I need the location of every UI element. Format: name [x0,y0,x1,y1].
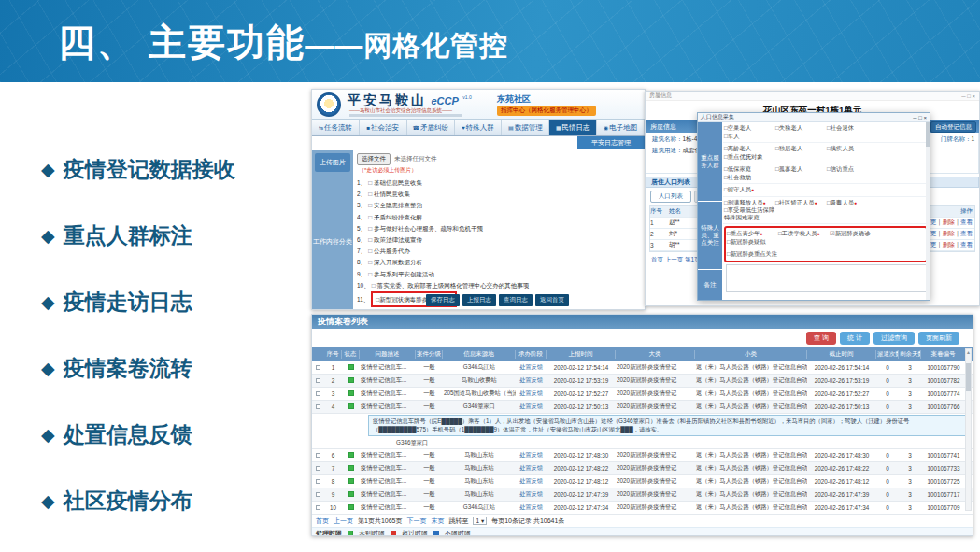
checkbox-option[interactable]: □刑满释放人员● [724,199,775,207]
nav-item[interactable]: ⇆ 任务流转 [312,120,360,135]
window-controls-icons[interactable]: ─ □ × [961,93,975,99]
checkbox-icon[interactable]: □ [368,223,372,234]
subnav-item[interactable]: 民情日志管理 [510,136,577,149]
case-row[interactable]: 3 疫情登记信息车... 一般 205国道马鞍山收费站（当涂段） 处置反馈 20… [312,388,973,401]
case-table-scrollbar[interactable]: ▲ [965,348,972,511]
delete-link[interactable]: 删除 [943,241,955,248]
checkbox-icon[interactable]: □ [368,269,372,280]
query-button[interactable]: 查 询 [806,332,836,345]
checkbox-option[interactable]: □残疾人员 [827,145,878,153]
checkbox-option[interactable]: □享受最低生活保障特殊困难家庭 [724,206,775,221]
nav-item[interactable]: ▤ 数据管理 [502,120,549,135]
checklist-item[interactable]: 10、 □ 落实党委、政府部署上级网格化管理中心交办的其他事项 [357,280,641,291]
view-link[interactable]: 查看 [960,219,973,225]
scrollbar-thumb[interactable] [966,363,971,391]
checkbox-option[interactable]: □孤寡老人 [775,165,827,174]
footer-action-button[interactable]: 保存日志 [426,294,460,306]
checkbox-icon[interactable]: □ [372,280,376,291]
checkbox-icon[interactable]: □ [368,212,372,223]
view-link[interactable]: 查看 [960,230,973,236]
case-row[interactable]: 8 疫情登记信息车... 一般 马鞍山东站 处置反馈 2020-02-12 17… [312,475,973,488]
jump-page-select[interactable]: 1 ▾ [473,517,487,525]
checkbox-option[interactable]: □信访重点 [827,165,878,174]
footer-action-button[interactable]: 返回首页 [535,294,569,306]
checkbox-option[interactable]: □工读学校人员● [778,230,830,238]
checkbox-option[interactable]: □吸毒人员● [827,199,878,207]
checkbox-icon[interactable]: □ [368,177,372,189]
checklist-item[interactable]: 3、 □ 安全隐患排查整治 [357,200,641,211]
nav-item-minqing-active[interactable]: ▦ 民情日志 [549,120,597,135]
checkbox-option[interactable]: □失独老人 [775,124,827,133]
checkbox-option[interactable]: □独居老人 [775,145,827,153]
delete-link[interactable]: 删除 [943,230,955,236]
nav-item[interactable]: ☎ 矛盾纠纷 [407,120,455,135]
checklist-item[interactable]: 9、 □ 参与系列平安创建活动 [357,269,641,280]
checkbox-icon[interactable]: □ [368,246,372,257]
scrollbar-thumb[interactable] [926,122,930,147]
checkbox-icon[interactable]: □ [368,234,372,246]
checkbox-option[interactable]: □军人 [724,133,775,141]
subnav-item[interactable]: 平安日志管理 [577,136,645,149]
stat-button[interactable]: 统 计 [840,332,870,345]
checklist-item[interactable]: 2、 □ 社情民意收集 [357,189,641,200]
case-row[interactable]: 1 疫情登记信息车... 一般 G346乌江站 处置反馈 2020-02-12 … [312,361,973,375]
row-checkbox[interactable] [316,404,320,409]
filter-query-button[interactable]: 过滤查询 [873,332,915,345]
row-checkbox[interactable] [316,453,320,458]
row-checkbox[interactable] [316,505,320,510]
checkbox-option[interactable]: □重点优抚对象 [724,153,775,162]
checklist-item[interactable]: 1、 □ 基础信息民意收集 [357,177,641,189]
delete-link[interactable]: 删除 [943,219,955,225]
sidebar-upload-image[interactable]: 上传图片 [315,153,350,172]
checkbox-option[interactable]: □新冠肺炎重点关注 [727,250,839,259]
checkbox-option[interactable]: □社区矫正人员● [775,199,827,207]
checkbox-option[interactable]: □重点青少年● [727,230,778,238]
first-page-link[interactable]: 首页 [316,517,329,526]
popup-controls-icons[interactable]: ─ □ × [913,115,927,120]
remark-textarea[interactable] [726,264,927,292]
row-checkbox[interactable] [316,492,320,497]
tab-population-list[interactable]: 人口列表 [650,191,691,203]
case-row-partial[interactable]: G346篁家口 [312,437,973,449]
choose-file-button[interactable]: 选择文件 [357,153,391,165]
checkbox-option[interactable]: □社会救助 [724,174,775,182]
scroll-up-icon[interactable]: ▲ [966,349,971,356]
checkbox-option[interactable]: □低保家庭 [724,165,775,174]
next-page-link[interactable]: 下一页 [406,517,426,526]
row-checkbox[interactable] [316,391,320,396]
view-link[interactable]: 查看 [960,241,973,248]
last-page-link[interactable]: 末页 [431,517,444,526]
row-checkbox[interactable] [316,466,320,471]
checklist-item[interactable]: 8、 □ 深入开展数据分析 [357,257,641,268]
checklist-item[interactable]: 4、 □ 矛盾纠纷排查化解 [357,212,641,223]
case-row[interactable]: 2 疫情登记信息车... 一般 马鞍山收费站 处置反馈 2020-02-12 1… [312,375,973,388]
row-checkbox[interactable] [316,378,320,383]
checklist-item[interactable]: 7、 □ 公共服务代办 [357,246,641,257]
prev-page-link[interactable]: 上一页 [334,517,353,526]
checkbox-icon[interactable]: □ [368,189,372,200]
checkbox-icon[interactable]: □ [368,200,372,211]
case-row[interactable]: 6 疫情登记信息车... 一般 马鞍山东站 处置反馈 2020-02-12 17… [312,449,973,462]
checkbox-option[interactable]: □高龄老人 [724,145,775,153]
checkbox-option[interactable]: □留守人员● [724,186,775,194]
nav-item[interactable]: ■ 社会治安 [360,120,407,135]
page-refresh-button[interactable]: 页面刷新 [918,332,959,345]
checkbox-option[interactable]: □空巢老人 [724,124,775,133]
checkbox-icon[interactable]: □ [368,257,372,268]
footer-action-button[interactable]: 查询日志 [499,294,533,306]
case-row[interactable]: 9 疫情登记信息车... 一般 马鞍山东站 处置反馈 2020-02-12 17… [312,488,973,502]
checklist-item[interactable]: 6、 □ 政策法律法规宣传 [357,234,641,246]
auto-register-button[interactable]: 自动登记信息 [930,121,976,133]
checkbox-option[interactable]: ☑新冠肺炎确诊 [830,230,881,238]
case-row[interactable]: 7 疫情登记信息车... 一般 马鞍山东站 处置反馈 2020-02-12 17… [312,462,973,475]
checkbox-option[interactable]: □社会退休 [827,124,878,133]
nav-item[interactable]: ♥ 特殊人群 [455,120,503,135]
popup-scrollbar[interactable] [926,122,930,300]
checkbox-option[interactable]: □新冠肺炎疑似 [727,238,778,247]
case-row[interactable]: 4 疫情登记信息车... 一般 G346篁家口 处置反馈 2020-02-12 … [312,401,973,414]
row-checkbox[interactable] [316,365,320,370]
nav-item-map[interactable]: ◉ 电子地图 [597,120,645,135]
row-checkbox[interactable] [316,479,320,484]
footer-action-button[interactable]: 上报日志 [462,294,496,306]
case-row[interactable]: 10 疫情登记信息车... 一般 G346乌江站 处置反馈 2020-02-12… [312,502,973,515]
